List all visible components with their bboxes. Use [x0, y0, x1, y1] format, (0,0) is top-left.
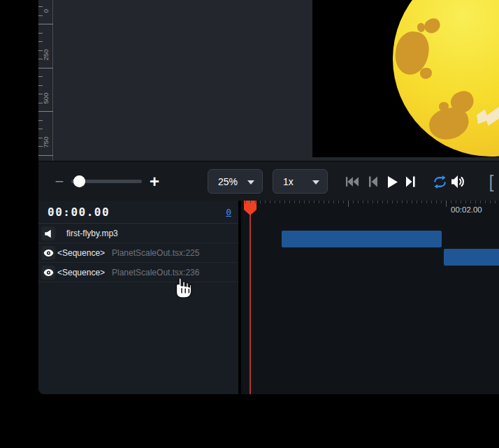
timeline-minor-tick	[392, 201, 393, 203]
timeline-minor-tick	[431, 201, 432, 203]
timeline-track-list: 00:00.00 0 first-flyby.mp3 <Sequence> Pl…	[38, 201, 238, 394]
timeline-minor-tick	[255, 201, 256, 203]
ruler-minor-tick	[38, 76, 43, 77]
timeline-minor-tick	[304, 201, 305, 203]
timeline-minor-tick	[338, 201, 339, 203]
timeline-minor-tick	[328, 201, 329, 203]
track-row-audio[interactable]: first-flyby.mp3	[38, 224, 238, 243]
zoom-level-value: 25%	[218, 176, 238, 187]
timeline-minor-tick	[260, 201, 261, 203]
ruler-label: 500	[42, 88, 50, 109]
timeline-minor-tick	[368, 201, 368, 203]
ruler-minor-tick	[38, 146, 43, 147]
speaker-icon	[44, 229, 53, 238]
timeline-minor-tick	[495, 201, 496, 203]
track-source: PlanetScaleOut.tsx:236	[112, 268, 199, 277]
previous-frame-button[interactable]	[365, 174, 382, 189]
track-row-sequence-2[interactable]: <Sequence> PlanetScaleOut.tsx:236	[38, 263, 238, 282]
loop-toggle-button[interactable]	[431, 174, 448, 189]
timeline-minor-tick	[309, 201, 310, 203]
timeline-time-label: 00:02.00	[451, 205, 482, 214]
timeline-minor-tick	[280, 201, 280, 203]
timeline-minor-tick	[289, 201, 290, 203]
timeline-minor-tick	[314, 201, 314, 203]
track-row-sequence-1[interactable]: <Sequence> PlanetScaleOut.tsx:225	[38, 243, 238, 263]
zoom-out-button[interactable]: −	[51, 161, 68, 201]
next-frame-icon	[405, 175, 416, 188]
previous-frame-icon	[368, 175, 378, 188]
timeline-minor-tick	[333, 201, 334, 203]
timecode-display: 00:00.00	[48, 205, 110, 219]
timeline-clip[interactable]	[444, 249, 499, 266]
timeline-minor-tick	[343, 201, 344, 203]
editor-canvas[interactable]: 0250500750	[38, 0, 499, 161]
playback-rate-value: 1x	[283, 176, 294, 187]
timeline-minor-tick	[441, 201, 442, 203]
ruler-major-tick	[38, 68, 53, 68]
timeline-minor-tick	[485, 201, 486, 203]
timeline-minor-tick	[451, 201, 451, 203]
toolbar: − + 25% 1x	[38, 161, 499, 201]
chevron-down-icon	[247, 180, 254, 185]
timeline-minor-tick	[299, 201, 300, 203]
volume-button[interactable]	[449, 174, 466, 189]
track-label: <Sequence>	[57, 248, 105, 258]
track-source: PlanetScaleOut.tsx:225	[112, 248, 199, 258]
ruler-minor-tick	[38, 138, 43, 138]
timeline-minor-tick	[417, 201, 417, 203]
timeline-major-tick	[446, 201, 447, 207]
timeline-minor-tick	[461, 201, 461, 203]
timeline-minor-tick	[294, 201, 295, 203]
playback-rate-dropdown[interactable]: 1x	[273, 169, 328, 194]
timeline-minor-tick	[245, 201, 246, 203]
vertical-ruler: 0250500750	[38, 0, 53, 161]
visibility-toggle[interactable]	[41, 266, 55, 280]
timeline-minor-tick	[284, 201, 285, 203]
skip-to-start-button[interactable]	[344, 174, 361, 189]
timeline-clip-area[interactable]: 00:02.00	[241, 201, 499, 394]
next-frame-button[interactable]	[402, 174, 419, 189]
timeline-minor-tick	[250, 201, 251, 203]
composition-preview	[312, 0, 499, 157]
ruler-minor-tick	[38, 50, 43, 51]
timeline-minor-tick	[265, 201, 266, 203]
timeline-clip[interactable]	[282, 231, 442, 247]
timeline-minor-tick	[373, 201, 373, 203]
ruler-major-tick	[38, 24, 53, 24]
zoom-in-button[interactable]: +	[145, 161, 164, 201]
timeline-minor-tick	[353, 201, 354, 203]
ruler-label: 250	[42, 44, 50, 65]
timeline-minor-tick	[387, 201, 388, 203]
skip-to-start-icon	[345, 175, 359, 188]
zoom-level-dropdown[interactable]: 25%	[208, 169, 263, 194]
timeline-minor-tick	[358, 201, 359, 203]
timeline-minor-tick	[319, 201, 319, 203]
eye-icon	[43, 268, 54, 277]
visibility-toggle[interactable]	[41, 246, 55, 260]
zoom-slider-knob[interactable]	[73, 175, 85, 187]
ruler-minor-tick	[38, 15, 43, 16]
crater	[422, 16, 442, 36]
playhead-line	[249, 201, 251, 394]
ruler-minor-tick	[38, 103, 43, 103]
ruler-minor-tick	[38, 6, 43, 7]
timeline-minor-tick	[490, 201, 491, 203]
frame-number-link[interactable]: 0	[226, 207, 231, 217]
ruler-minor-tick	[38, 59, 43, 59]
ruler-minor-tick	[38, 41, 43, 42]
mute-toggle[interactable]	[41, 226, 55, 240]
timeline-minor-tick	[324, 201, 324, 203]
size-bracket-icon[interactable]: [	[484, 172, 498, 192]
zoom-slider[interactable]	[71, 180, 142, 183]
timeline-header: 00:00.00 0	[38, 201, 238, 224]
ruler-minor-tick	[38, 33, 43, 34]
planet-graphic	[393, 0, 499, 157]
track-label: first-flyby.mp3	[66, 229, 118, 238]
timeline-minor-tick	[465, 201, 466, 203]
timeline-minor-tick	[402, 201, 403, 203]
ruler-major-tick	[38, 111, 53, 112]
volume-icon	[451, 175, 465, 189]
ruler-minor-tick	[38, 120, 43, 121]
play-button[interactable]	[384, 174, 400, 189]
timeline-minor-tick	[475, 201, 476, 203]
